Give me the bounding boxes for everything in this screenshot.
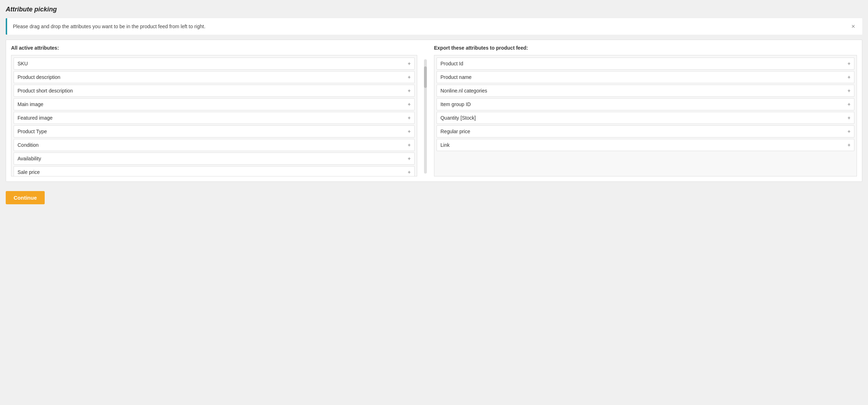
left-list-item[interactable]: SKU+ [14,58,415,70]
attribute-item-label: Featured image [18,115,53,121]
plus-icon: + [408,115,410,121]
attribute-item-label: Product Id [440,61,463,66]
attribute-item-label: Product description [18,74,60,80]
left-list-item[interactable]: Product description+ [14,71,415,83]
right-list-item[interactable]: Product name+ [437,71,854,83]
attribute-item-label: Product short description [18,88,73,94]
left-list-item[interactable]: Availability+ [14,152,415,165]
close-banner-button[interactable]: × [850,23,857,30]
plus-icon: + [408,156,410,161]
plus-icon: + [408,101,410,107]
left-column: All active attributes: SKU+Product descr… [11,45,417,176]
scrollbar-track [424,59,427,174]
attribute-item-label: Availability [18,156,41,161]
right-list-item[interactable]: Nonline.nl categories+ [437,85,854,97]
left-column-header: All active attributes: [11,45,417,51]
attribute-item-label: Nonline.nl categories [440,88,487,94]
info-banner: Please drag and drop the attributes you … [6,18,862,35]
plus-icon: + [408,88,410,94]
footer-bar: Continue [6,188,862,204]
left-list-item[interactable]: Sale price+ [14,166,415,176]
attribute-item-label: Sale price [18,169,40,175]
right-column-header: Export these attributes to product feed: [434,45,857,51]
right-list-item[interactable]: Item group ID+ [437,98,854,110]
plus-icon: + [848,88,850,94]
right-list-item[interactable]: Link+ [437,139,854,151]
right-list-item[interactable]: Quantity [Stock]+ [437,112,854,124]
plus-icon: + [848,74,850,80]
plus-icon: + [408,61,410,66]
plus-icon: + [848,61,850,66]
left-attributes-list[interactable]: SKU+Product description+Product short de… [11,55,417,176]
continue-button[interactable]: Continue [6,191,45,204]
attribute-item-label: SKU [18,61,28,66]
column-divider [417,45,434,174]
left-list-item[interactable]: Product Type+ [14,125,415,138]
scrollbar-thumb [424,66,427,88]
plus-icon: + [848,129,850,134]
right-attributes-list[interactable]: Product Id+Product name+Nonline.nl categ… [434,55,857,176]
attribute-item-label: Condition [18,142,39,148]
columns-wrapper: All active attributes: SKU+Product descr… [11,45,857,176]
plus-icon: + [408,129,410,134]
main-panel: All active attributes: SKU+Product descr… [6,40,862,182]
plus-icon: + [848,142,850,148]
left-list-item[interactable]: Condition+ [14,139,415,151]
attribute-item-label: Product name [440,74,472,80]
attribute-item-label: Item group ID [440,101,471,107]
left-list-item[interactable]: Main image+ [14,98,415,110]
info-banner-text: Please drag and drop the attributes you … [13,24,206,29]
attribute-item-label: Product Type [18,129,47,134]
plus-icon: + [408,169,410,175]
attribute-item-label: Regular price [440,129,470,134]
right-column: Export these attributes to product feed:… [434,45,857,176]
left-list-item[interactable]: Featured image+ [14,112,415,124]
attribute-item-label: Link [440,142,450,148]
right-list-item[interactable]: Regular price+ [437,125,854,138]
page-title: Attribute picking [6,6,862,13]
left-list-item[interactable]: Product short description+ [14,85,415,97]
attribute-item-label: Main image [18,101,43,107]
right-list-item[interactable]: Product Id+ [437,58,854,70]
page-wrapper: Attribute picking Please drag and drop t… [0,0,868,405]
plus-icon: + [848,101,850,107]
attribute-item-label: Quantity [Stock] [440,115,476,121]
plus-icon: + [408,74,410,80]
plus-icon: + [848,115,850,121]
plus-icon: + [408,142,410,148]
